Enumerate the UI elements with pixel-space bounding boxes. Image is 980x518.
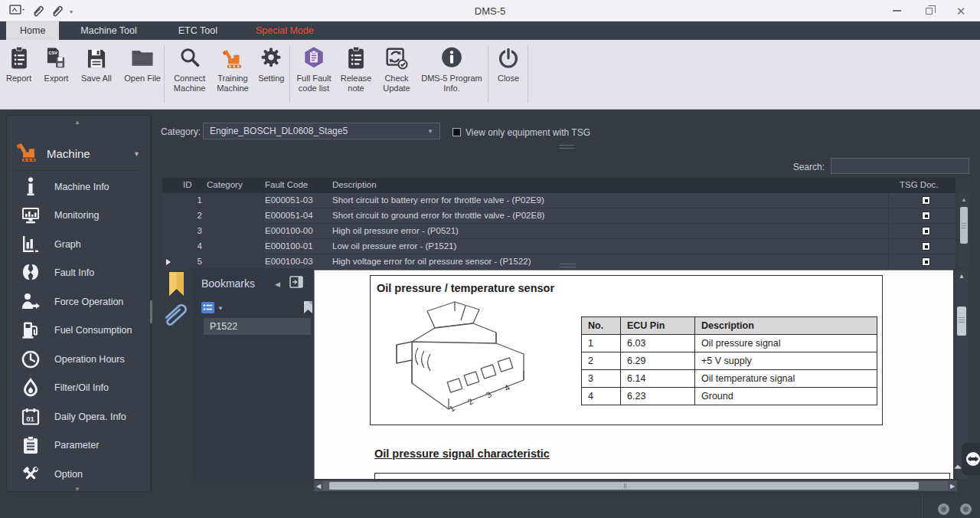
fault-table-row-selected[interactable]: 5 E000100-03 High voltage error for oil … (162, 254, 956, 270)
tab-machine-tool[interactable]: Machine Tool (67, 21, 150, 40)
sidebar-item-graph[interactable]: Graph (7, 230, 150, 259)
ribbon-group-report: Report CSV Export Save All Open File (6, 43, 161, 100)
sidebar-scroll-down-icon[interactable]: ▼ (74, 486, 80, 493)
release-note-button[interactable]: Release note (337, 43, 375, 93)
sidebar-item-parameter[interactable]: Parameter (7, 431, 150, 461)
ribbon-separator (164, 46, 165, 103)
fault-table-vertical-scrollbar[interactable]: ▲ (959, 193, 969, 267)
bookmark-list-view-icon[interactable] (201, 302, 214, 316)
document-horizontal-scrollbar[interactable]: ◀ ▶ (314, 480, 957, 491)
svg-text:01: 01 (26, 415, 34, 423)
sidebar-item-monitoring[interactable]: Monitoring (7, 202, 150, 231)
add-bookmark-flag-icon[interactable] (303, 300, 313, 317)
tab-etc-tool[interactable]: ETC Tool (165, 21, 231, 40)
fault-table-row[interactable]: 1 E000051-03 Short circuit to battery er… (162, 193, 956, 208)
document-title: Oil pressure / temperature sensor (377, 282, 554, 294)
col-header-fault-code[interactable]: Fault Code (265, 180, 308, 189)
sidebar-item-option[interactable]: Option (7, 460, 150, 489)
tsg-doc-icon[interactable] (922, 227, 930, 235)
scrollbar-track[interactable] (323, 481, 948, 490)
sidebar-item-machine-info[interactable]: Machine Info (7, 172, 150, 202)
report-button[interactable]: Report (6, 43, 31, 84)
scroll-up-arrow-icon[interactable]: ▲ (959, 273, 965, 280)
machine-menu-header[interactable]: Machine ▼ (15, 137, 143, 171)
dms5-program-info-button[interactable]: DMS-5 Program Info. (418, 43, 485, 93)
scrollbar-thumb[interactable] (957, 307, 966, 336)
connect-machine-button[interactable]: Connect Machine (168, 43, 211, 93)
pin-table-row: 2 6.29 +5 V supply (582, 352, 877, 370)
restore-button[interactable] (911, 0, 946, 21)
tab-special-mode[interactable]: Special Mode (242, 21, 328, 40)
pin-table-row: 4 6.23 Ground (582, 388, 877, 405)
tsg-doc-icon[interactable] (922, 211, 930, 220)
dropdown-caret-icon: ▼ (427, 128, 433, 135)
sidebar-scroll-up-icon[interactable]: ▲ (74, 119, 80, 126)
full-fault-code-list-button[interactable]: Full Fault code list (292, 43, 335, 93)
col-header-tsg-doc[interactable]: TSG Doc. (900, 180, 938, 189)
category-dropdown[interactable]: Engine_BOSCH_DL0608_Stage5 ▼ (203, 123, 440, 139)
save-all-button[interactable]: Save All (81, 43, 112, 84)
pin-table-header-row: No. ECU Pin Description (582, 317, 877, 335)
ribbon-group-setting: Connect Machine Training Machine Setting (168, 43, 288, 100)
info-circle-icon (440, 43, 463, 70)
tsg-doc-icon[interactable] (922, 257, 930, 266)
tab-home[interactable]: Home (6, 21, 59, 40)
document-section-heading: Oil pressure signal characteristic (374, 448, 550, 460)
scroll-up-arrow-icon[interactable]: ▲ (961, 196, 967, 203)
row-selector-arrow-icon (166, 259, 171, 265)
sidebar-item-fault-info[interactable]: Fault Info (7, 259, 150, 288)
setting-button[interactable]: Setting (255, 43, 288, 84)
document-panel-resize-grip[interactable] (560, 264, 576, 267)
machine-menu-caret-icon[interactable]: ▼ (133, 150, 140, 158)
fault-table-row[interactable]: 3 E000100-00 High oil pressure error - (… (162, 224, 956, 239)
status-indicator-dot (938, 503, 949, 515)
pin-col-no: No. (582, 317, 621, 335)
col-header-description[interactable]: Description (332, 180, 377, 189)
scroll-right-arrow-icon[interactable]: ▶ (948, 483, 957, 490)
col-header-category[interactable]: Category (207, 180, 243, 189)
release-note-icon (345, 43, 368, 70)
bookmarks-dock-icon[interactable] (289, 276, 303, 291)
search-input[interactable] (831, 158, 969, 174)
fuel-consumption-icon (19, 320, 42, 340)
list-view-caret-icon[interactable]: ▼ (217, 305, 224, 312)
sidebar-item-daily-operation-info[interactable]: 01 Daily Opera. Info (7, 402, 150, 431)
fault-table-row[interactable]: 4 E000100-01 Low oil pressure error - (P… (162, 239, 956, 254)
export-button[interactable]: CSV Export (44, 43, 69, 84)
sidebar-item-force-operation[interactable]: Force Operation (7, 287, 150, 316)
attachment-paperclip-icon[interactable] (161, 299, 188, 331)
training-machine-button[interactable]: Training Machine (211, 43, 254, 93)
scrollbar-thumb[interactable] (960, 207, 968, 244)
sidebar-navigation: ▲ Machine ▼ Machine Info Monitoring Grap… (6, 115, 151, 492)
parameter-clipboard-icon (19, 435, 42, 455)
scrollbar-thumb[interactable] (329, 482, 919, 490)
close-program-button[interactable]: Close (497, 43, 520, 84)
tsg-doc-icon[interactable] (922, 242, 930, 251)
col-header-id[interactable]: ID (183, 180, 192, 189)
sidebar-item-fuel-consumption[interactable]: Fuel Consumption (7, 316, 150, 346)
check-update-button[interactable]: Check Update (377, 43, 416, 93)
category-dropdown-value: Engine_BOSCH_DL0608_Stage5 (210, 126, 427, 136)
fault-table-row[interactable]: 2 E000051-04 Short circuit to ground err… (162, 208, 956, 224)
scroll-left-arrow-icon[interactable]: ◀ (314, 483, 323, 490)
bookmarks-collapse-icon[interactable]: ◀ (275, 280, 280, 288)
bookmark-item-p1522[interactable]: P1522 (204, 318, 311, 335)
bookmark-ribbon-icon[interactable] (169, 272, 184, 299)
remote-support-floating-button[interactable] (962, 443, 980, 475)
sidebar-item-filter-oil-info[interactable]: Filter/Oil Info (7, 374, 150, 403)
sidebar-item-operation-hours[interactable]: Operation Hours (7, 345, 150, 374)
search-label: Search: (754, 162, 825, 172)
open-file-button[interactable]: Open File (124, 43, 161, 84)
remote-support-icon (965, 451, 980, 467)
ribbon-separator (488, 46, 488, 103)
tsg-document-viewer[interactable]: Oil pressure / temperature sensor (314, 270, 953, 479)
machine-info-icon (19, 177, 42, 197)
check-update-icon (384, 43, 409, 70)
minimize-button[interactable] (879, 0, 914, 21)
tsg-doc-icon[interactable] (922, 196, 930, 205)
tsg-filter-checkbox[interactable] (452, 128, 461, 136)
report-icon (8, 43, 31, 70)
sidebar-splitter-grip[interactable] (150, 300, 152, 323)
panel-resize-grip[interactable] (559, 145, 575, 149)
close-window-button[interactable]: ✕ (943, 0, 978, 21)
